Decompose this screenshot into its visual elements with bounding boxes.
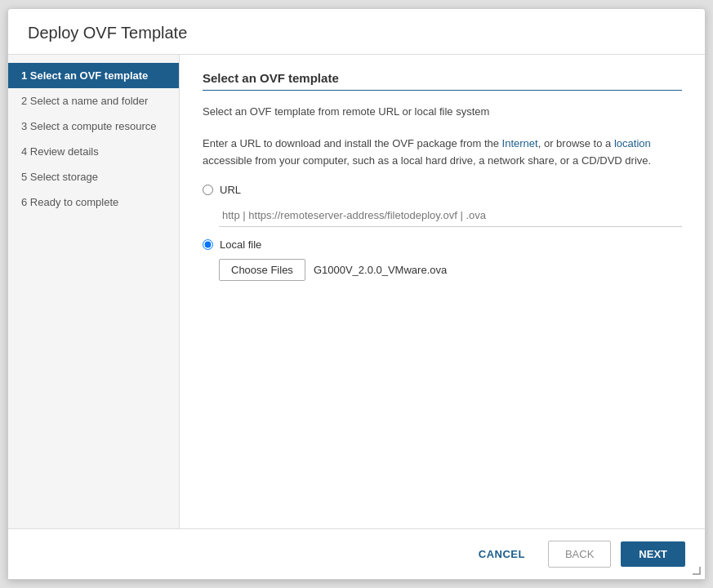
sidebar: 1 Select an OVF template 2 Select a name…	[8, 55, 180, 528]
next-button[interactable]: NEXT	[621, 541, 685, 567]
selected-file-name: G1000V_2.0.0_VMware.ova	[314, 264, 447, 276]
dialog-body: 1 Select an OVF template 2 Select a name…	[8, 55, 705, 528]
choose-files-button[interactable]: Choose Files	[219, 259, 305, 281]
back-button[interactable]: BACK	[548, 541, 611, 568]
sidebar-item-step2[interactable]: 2 Select a name and folder	[8, 88, 179, 114]
section-description: Select an OVF template from remote URL o…	[203, 104, 682, 121]
file-chooser-row: Choose Files G1000V_2.0.0_VMware.ova	[219, 259, 682, 281]
body-text: Enter a URL to download and install the …	[203, 136, 682, 170]
sidebar-item-step6[interactable]: 6 Ready to complete	[8, 189, 179, 215]
url-radio[interactable]	[203, 185, 213, 195]
section-title: Select an OVF template	[203, 71, 682, 85]
deploy-ovf-dialog: Deploy OVF Template 1 Select an OVF temp…	[7, 8, 706, 580]
main-content: Select an OVF template Select an OVF tem…	[180, 55, 705, 528]
dialog-title: Deploy OVF Template	[8, 9, 705, 55]
local-file-radio[interactable]	[203, 239, 213, 250]
dialog-footer: CANCEL BACK NEXT	[8, 528, 705, 579]
section-divider	[203, 90, 682, 91]
url-radio-option[interactable]: URL	[203, 184, 682, 196]
sidebar-item-step1[interactable]: 1 Select an OVF template	[8, 63, 179, 88]
resize-handle[interactable]	[693, 567, 701, 575]
url-radio-label[interactable]: URL	[220, 184, 241, 196]
cancel-button[interactable]: CANCEL	[466, 541, 538, 567]
url-input[interactable]	[219, 204, 682, 227]
sidebar-item-step5[interactable]: 5 Select storage	[8, 164, 179, 189]
local-file-radio-option[interactable]: Local file	[203, 238, 682, 251]
sidebar-item-step4[interactable]: 4 Review details	[8, 139, 179, 164]
local-file-label[interactable]: Local file	[220, 238, 261, 251]
sidebar-item-step3[interactable]: 3 Select a compute resource	[8, 114, 179, 139]
